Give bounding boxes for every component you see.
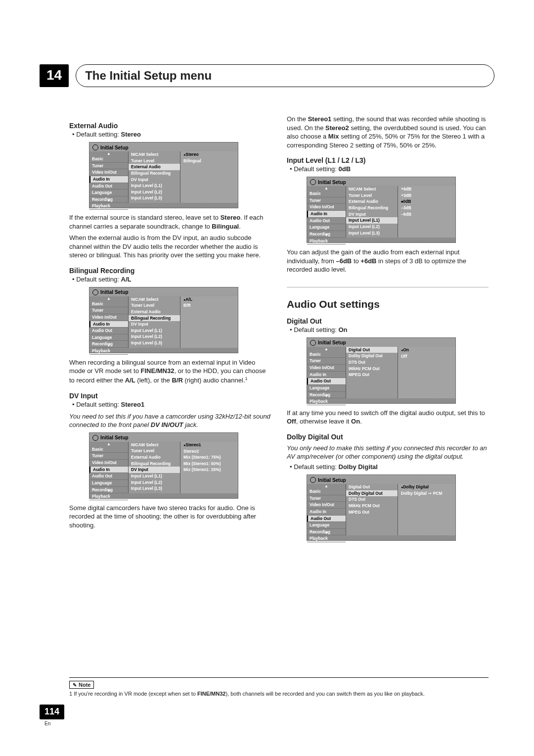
para-bilingual: When recording a bilingual source from a…	[69, 358, 271, 385]
note-text: 1 If you're recording in VR mode (except…	[69, 691, 489, 697]
disc-icon	[310, 340, 316, 346]
dolby-italic: You only need to make this setting if yo…	[287, 444, 489, 461]
para-digital-out: If at any time you need to switch off th…	[287, 409, 489, 426]
heading-external-audio: External Audio	[69, 122, 271, 130]
divider	[287, 287, 489, 287]
screenshot-digital-out: Initial Setup ▲ Basic Tuner Video In/Out…	[307, 337, 456, 404]
setup-nav: ▲ Basic Tuner Video In/Out Audio In Audi…	[89, 151, 129, 203]
note-section: Note 1 If you're recording in VR mode (e…	[69, 677, 489, 697]
screenshot-input-level: Initial Setup ▲ Basic Tuner Video In/Out…	[307, 177, 456, 243]
default-dv: Default setting: Stereo1	[72, 401, 271, 408]
para-dv: Some digital camcorders have two stereo …	[69, 504, 271, 530]
heading-digital-out: Digital Out	[287, 317, 489, 325]
dv-italic: You need to set this if you have a camco…	[69, 412, 271, 429]
chapter-title: The Initial Setup menu	[76, 64, 494, 87]
heading-dolby-out: Dolby Digital Out	[287, 433, 489, 441]
right-column: On the Stereo1 setting, the sound that w…	[287, 115, 489, 546]
screenshot-dolby-out: Initial Setup ▲ Basic Tuner Video In/Out…	[307, 474, 456, 541]
default-input-level: Default setting: 0dB	[290, 165, 489, 173]
disc-icon	[92, 435, 98, 441]
disc-icon	[310, 477, 316, 483]
heading-input-level: Input Level (L1 / L2 / L3)	[287, 156, 489, 164]
pencil-icon	[73, 682, 77, 688]
default-bilingual: Default setting: A/L	[72, 276, 271, 283]
screenshot-dv-input: Initial Setup ▲ Basic Tuner Video In/Out…	[89, 432, 238, 499]
chapter-header: 14 The Initial Setup menu	[40, 64, 494, 87]
default-dolby: Default setting: Dolby Digital	[290, 463, 489, 471]
screenshot-bilingual: Initial Setup ▲ Basic Tuner Video In/Out…	[89, 287, 238, 353]
heading-audio-out: Audio Out settings	[287, 298, 489, 310]
disc-icon	[92, 289, 98, 295]
heading-bilingual: Bilingual Recording	[69, 267, 271, 275]
para-ext-audio-2: When the external audio is from the DV i…	[69, 234, 271, 260]
chapter-number: 14	[40, 64, 69, 87]
page-lang: En	[44, 721, 50, 726]
page-number: 114	[40, 705, 64, 719]
para-input-level: You can adjust the gain of the audio fro…	[287, 248, 489, 274]
note-badge: Note	[69, 681, 94, 689]
para-ext-audio-1: If the external source is standard stere…	[69, 213, 271, 231]
default-digital-out: Default setting: On	[290, 326, 489, 333]
heading-dv-input: DV Input	[69, 392, 271, 400]
para-stereo-mix: On the Stereo1 setting, the sound that w…	[287, 115, 489, 149]
screenshot-external-audio: Initial Setup ▲ Basic Tuner Video In/Out…	[89, 142, 238, 208]
disc-icon	[310, 179, 316, 185]
left-column: External Audio Default setting: Stereo I…	[69, 115, 271, 546]
default-external-audio: Default setting: Stereo	[72, 131, 271, 138]
disc-icon	[92, 144, 98, 150]
